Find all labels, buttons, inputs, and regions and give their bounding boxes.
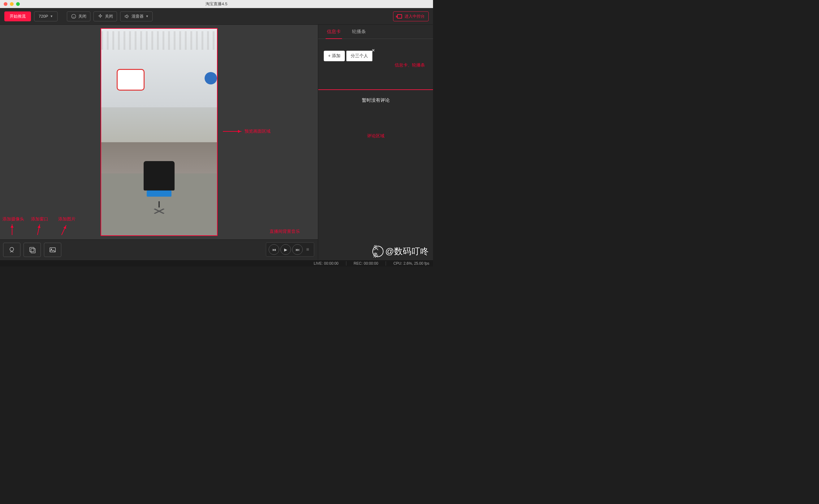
chevron-down-icon: ▼ xyxy=(145,15,148,18)
resolution-dropdown[interactable]: 720P ▼ xyxy=(34,11,58,21)
play-icon: ▶ xyxy=(284,247,287,252)
toolbar: 开始推流 720P ▼ 关闭 关闭 混音器 ▼ 进入中控台 xyxy=(0,8,433,25)
console-button[interactable]: 进入中控台 xyxy=(393,11,429,21)
speaker-icon xyxy=(124,14,130,19)
window-icon xyxy=(28,246,36,254)
start-stream-button[interactable]: 开始推流 xyxy=(4,11,31,21)
status-live: LIVE: 00:00:00 xyxy=(314,261,338,266)
svg-point-0 xyxy=(72,14,76,19)
image-icon xyxy=(49,246,56,254)
resolution-label: 720P xyxy=(39,14,48,19)
music-next-button[interactable]: ⏭ xyxy=(292,244,303,255)
add-card-label: + 添加 xyxy=(328,53,341,58)
svg-rect-3 xyxy=(31,249,35,253)
tab-carousel-label: 轮播条 xyxy=(352,29,366,35)
watermark: 头条 @数码叮咚 xyxy=(372,246,429,257)
card-close-button[interactable]: ✕ xyxy=(372,48,375,53)
annotation-arrow xyxy=(61,225,66,235)
minimize-window-button[interactable] xyxy=(10,2,14,6)
preview-container: 预览画面区域 直播间背景音乐 添加摄像头 添加窗口 添加图片 xyxy=(0,25,318,239)
music-controls: ⏮ ▶ ⏭ ≡ xyxy=(266,242,314,257)
annotation-arrow xyxy=(223,131,242,132)
watermark-logo: 头条 xyxy=(372,246,384,257)
rec-time: 00:00:00 xyxy=(364,261,378,266)
tab-info-card[interactable]: 信息卡 xyxy=(327,25,341,39)
next-icon: ⏭ xyxy=(296,247,300,252)
annotation-arrow xyxy=(37,224,40,235)
add-camera-button[interactable] xyxy=(3,243,20,257)
beauty-label: 关闭 xyxy=(78,14,86,19)
info-card-text: 分三个人 xyxy=(346,51,372,61)
title-bar: 淘宝直播4.5 xyxy=(0,0,433,8)
live-time: 00:00:00 xyxy=(324,261,339,266)
console-icon xyxy=(397,14,402,19)
music-menu-button[interactable]: ≡ xyxy=(304,247,311,252)
tabs: 信息卡 轮播条 xyxy=(318,25,433,39)
status-bar: LIVE: 00:00:00 REC: 00:00:00 CPU: 2.6%, … xyxy=(0,260,433,267)
sparkle-icon xyxy=(97,14,103,19)
close-window-button[interactable] xyxy=(4,2,7,6)
no-comments-text: 暂时没有评论 xyxy=(324,97,427,103)
tab-info-label: 信息卡 xyxy=(327,29,341,35)
svg-rect-2 xyxy=(30,247,34,252)
add-window-button[interactable] xyxy=(24,243,41,257)
beauty-toggle-button[interactable]: 关闭 xyxy=(67,11,90,21)
mixer-dropdown[interactable]: 混音器 ▼ xyxy=(120,11,152,21)
music-prev-button[interactable]: ⏮ xyxy=(269,244,279,255)
annotation-add-image: 添加图片 xyxy=(58,216,75,222)
effect-toggle-button[interactable]: 关闭 xyxy=(93,11,117,21)
live-label: LIVE: xyxy=(314,261,323,266)
right-pane: 信息卡 轮播条 + 添加 分三个人 ✕ 信息卡、轮播条 暂时没有评论 评论区域 xyxy=(318,25,433,260)
console-label: 进入中控台 xyxy=(405,14,425,19)
maximize-window-button[interactable] xyxy=(16,2,20,6)
preview-frame[interactable] xyxy=(101,28,218,236)
status-rec: REC: 00:00:00 xyxy=(354,261,378,266)
annotation-add-camera: 添加摄像头 xyxy=(2,216,24,222)
svg-point-1 xyxy=(10,247,14,251)
annotation-arrow xyxy=(12,224,12,235)
add-card-button[interactable]: + 添加 xyxy=(324,51,345,61)
comment-section: 暂时没有评论 评论区域 xyxy=(318,90,433,260)
chevron-down-icon: ▼ xyxy=(50,15,53,18)
mixer-label: 混音器 xyxy=(131,14,144,19)
tab-carousel[interactable]: 轮播条 xyxy=(352,25,366,39)
annotation-info-carousel: 信息卡、轮播条 xyxy=(395,62,425,68)
source-bar: ⏮ ▶ ⏭ ≡ xyxy=(0,239,318,260)
annotation-preview: 预览画面区域 xyxy=(245,129,271,134)
prev-icon: ⏮ xyxy=(272,247,276,252)
main-area: 预览画面区域 直播间背景音乐 添加摄像头 添加窗口 添加图片 xyxy=(0,25,433,260)
add-image-button[interactable] xyxy=(44,243,61,257)
status-cpu: CPU: 2.6%, 25.00 fps xyxy=(393,261,429,266)
cpu-value: 2.6%, 25.00 fps xyxy=(404,261,429,266)
cpu-label: CPU: xyxy=(393,261,402,266)
start-stream-label: 开始推流 xyxy=(10,14,26,19)
annotation-add-window: 添加窗口 xyxy=(31,216,48,222)
info-card-item[interactable]: 分三个人 ✕ xyxy=(346,51,372,61)
smile-icon xyxy=(71,14,76,19)
window-title: 淘宝直播4.5 xyxy=(206,1,227,7)
annotation-comment-area: 评论区域 xyxy=(367,133,384,139)
camera-icon xyxy=(8,246,15,254)
rec-label: REC: xyxy=(354,261,363,266)
music-play-button[interactable]: ▶ xyxy=(281,244,291,255)
left-pane: 预览画面区域 直播间背景音乐 添加摄像头 添加窗口 添加图片 xyxy=(0,25,318,260)
annotation-bgmusic: 直播间背景音乐 xyxy=(270,229,300,234)
menu-icon: ≡ xyxy=(306,247,309,252)
info-card-section: + 添加 分三个人 ✕ 信息卡、轮播条 xyxy=(318,39,433,90)
traffic-lights xyxy=(0,2,20,6)
effect-label: 关闭 xyxy=(105,14,113,19)
watermark-text: @数码叮咚 xyxy=(385,246,429,257)
